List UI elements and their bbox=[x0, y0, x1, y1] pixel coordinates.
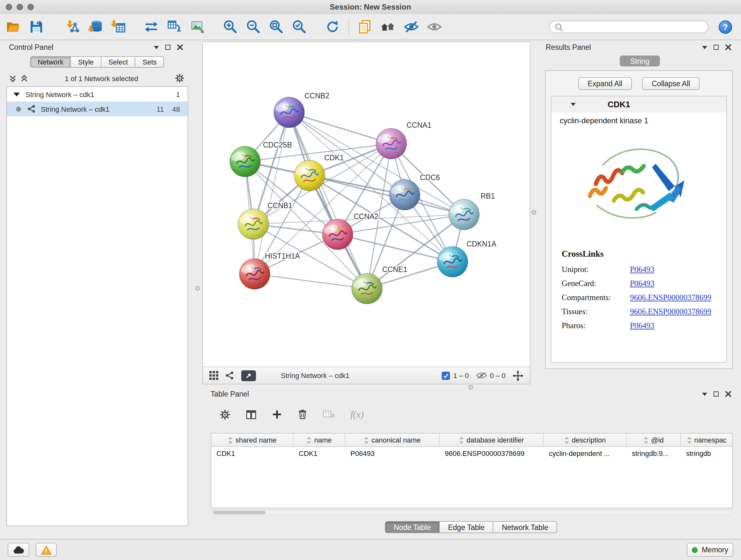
table-cell[interactable]: 9606.ENSP00000378699 bbox=[440, 447, 544, 460]
tab-style[interactable]: Style bbox=[71, 56, 102, 68]
open-session-button[interactable] bbox=[4, 17, 23, 37]
column-header-canonical-name[interactable]: canonical name bbox=[345, 434, 440, 446]
collapse-all-button[interactable]: Collapse All bbox=[642, 77, 699, 90]
crosslink-value-link[interactable]: 9606.ENSP00000378699 bbox=[630, 307, 711, 316]
refresh-button[interactable] bbox=[323, 17, 342, 37]
network-edge-CCNB2-HIST1H1A[interactable] bbox=[255, 112, 289, 274]
collapse-all-icon[interactable] bbox=[9, 74, 17, 82]
table-row[interactable]: CDK1CDK1P064939606.ENSP00000378699cyclin… bbox=[211, 447, 732, 460]
tab-edge-table[interactable]: Edge Table bbox=[440, 521, 494, 533]
import-network-file-button[interactable] bbox=[63, 17, 82, 37]
memory-button[interactable]: Memory bbox=[687, 543, 733, 557]
network-canvas[interactable]: CCNB2CCNA1CDC25BCDK1CDC6RB1CCNB1CCNA2CDK… bbox=[203, 42, 531, 367]
crosslink-value-link[interactable]: P06493 bbox=[630, 279, 654, 288]
export-image-button[interactable] bbox=[188, 17, 207, 37]
save-session-button[interactable] bbox=[27, 17, 46, 37]
function-builder-button[interactable]: f(x) bbox=[350, 409, 364, 420]
table-cell[interactable]: stringdb bbox=[681, 447, 733, 460]
network-edge-CDK1-RB1[interactable] bbox=[310, 176, 464, 214]
network-node-CDK1[interactable] bbox=[294, 160, 325, 191]
tab-select[interactable]: Select bbox=[102, 56, 136, 68]
table-cell[interactable]: P06493 bbox=[345, 447, 440, 460]
zoom-in-button[interactable] bbox=[221, 17, 240, 37]
table-settings-gear-icon[interactable] bbox=[219, 409, 230, 420]
column-header-name[interactable]: name bbox=[293, 434, 345, 446]
selected-checkbox-icon[interactable] bbox=[442, 371, 450, 380]
crosslink-value-link[interactable]: P06493 bbox=[630, 265, 654, 274]
network-row-selected[interactable]: String Network – cdk1 11 48 bbox=[7, 102, 188, 116]
panel-menu-icon[interactable] bbox=[154, 46, 159, 49]
network-edge-CCNB2-CCNE1[interactable] bbox=[289, 112, 367, 289]
hide-selected-button[interactable] bbox=[401, 17, 421, 37]
zoom-selected-button[interactable] bbox=[290, 17, 309, 37]
panel-close-icon[interactable] bbox=[725, 391, 731, 397]
panel-menu-icon[interactable] bbox=[702, 392, 707, 395]
network-node-CCNA2[interactable] bbox=[322, 219, 353, 250]
tab-sets[interactable]: Sets bbox=[136, 56, 164, 68]
table-cell[interactable]: stringdb:9... bbox=[627, 447, 681, 460]
panel-splitter-handle[interactable] bbox=[195, 286, 200, 291]
tab-network-table[interactable]: Network Table bbox=[494, 521, 557, 533]
pan-tool-icon[interactable] bbox=[513, 370, 523, 381]
network-node-RB1[interactable] bbox=[449, 199, 479, 230]
panel-float-icon[interactable] bbox=[165, 45, 171, 50]
tree-expander-icon[interactable] bbox=[13, 92, 20, 96]
network-node-CCNB2[interactable] bbox=[274, 97, 305, 128]
network-tools-button[interactable] bbox=[142, 17, 161, 37]
network-collection-row[interactable]: String Network – cdk1 1 bbox=[7, 87, 188, 102]
show-columns-icon[interactable] bbox=[246, 409, 257, 420]
add-column-icon[interactable] bbox=[272, 409, 282, 420]
column-header--id[interactable]: @id bbox=[627, 434, 681, 446]
scrollbar-thumb[interactable] bbox=[213, 511, 266, 514]
column-header-namespac[interactable]: namespac bbox=[681, 434, 733, 446]
import-table-button[interactable] bbox=[109, 17, 128, 37]
panel-splitter-handle[interactable] bbox=[532, 210, 536, 214]
network-node-CCNA1[interactable] bbox=[376, 128, 407, 159]
expand-all-icon[interactable] bbox=[20, 74, 28, 82]
network-node-CDKN1A[interactable] bbox=[437, 246, 468, 277]
network-edge-CCNB2-CCNA1[interactable] bbox=[289, 112, 391, 144]
zoom-fit-button[interactable] bbox=[267, 17, 286, 37]
crosslink-value-link[interactable]: P06493 bbox=[630, 321, 654, 330]
zoom-out-button[interactable] bbox=[244, 17, 263, 37]
detach-view-button[interactable] bbox=[241, 370, 256, 381]
collapse-section-icon[interactable] bbox=[570, 103, 576, 106]
panel-menu-icon[interactable] bbox=[702, 46, 707, 49]
table-cell[interactable]: cyclin-dependent ... bbox=[544, 447, 627, 460]
gene-card-header[interactable]: CDK1 bbox=[551, 97, 726, 112]
panel-float-icon[interactable] bbox=[714, 391, 719, 396]
gear-icon[interactable] bbox=[175, 73, 185, 83]
show-all-button[interactable] bbox=[424, 17, 444, 37]
grid-view-icon[interactable] bbox=[209, 371, 218, 380]
column-header-database-identifier[interactable]: database identifier bbox=[440, 434, 544, 446]
delete-column-icon[interactable] bbox=[297, 409, 308, 420]
network-view-icon[interactable] bbox=[225, 371, 234, 380]
panel-float-icon[interactable] bbox=[714, 45, 719, 50]
hidden-eye-icon[interactable] bbox=[476, 372, 487, 379]
table-cell[interactable]: CDK1 bbox=[211, 447, 293, 460]
copy-document-button[interactable] bbox=[355, 17, 375, 37]
panel-close-icon[interactable] bbox=[177, 44, 183, 51]
table-cell[interactable]: CDK1 bbox=[293, 447, 345, 460]
network-node-CDC6[interactable] bbox=[389, 179, 420, 210]
network-node-CCNE1[interactable] bbox=[352, 273, 382, 304]
column-header-description[interactable]: description bbox=[544, 434, 627, 446]
help-button[interactable]: ? bbox=[719, 20, 732, 34]
home-button[interactable] bbox=[379, 17, 398, 37]
results-tab-string[interactable]: String bbox=[620, 56, 660, 66]
table-from-network-button[interactable] bbox=[165, 17, 184, 37]
column-header-shared-name[interactable]: shared name bbox=[211, 434, 293, 446]
table-horizontal-scrollbar[interactable] bbox=[211, 509, 733, 515]
warnings-button[interactable] bbox=[36, 543, 57, 557]
tab-node-table[interactable]: Node Table bbox=[385, 521, 440, 533]
tab-network[interactable]: Network bbox=[30, 56, 71, 68]
cloud-status-button[interactable] bbox=[8, 543, 29, 557]
network-node-CCNB1[interactable] bbox=[238, 209, 269, 240]
import-network-database-button[interactable] bbox=[85, 17, 105, 37]
expand-all-button[interactable]: Expand All bbox=[578, 77, 632, 90]
network-node-CDC25B[interactable] bbox=[230, 146, 260, 177]
search-input[interactable] bbox=[567, 22, 703, 31]
network-node-HIST1H1A[interactable] bbox=[239, 259, 270, 289]
network-edge-HIST1H1A-CCNE1[interactable] bbox=[255, 274, 367, 289]
crosslink-value-link[interactable]: 9606.ENSP00000378699 bbox=[630, 293, 711, 302]
